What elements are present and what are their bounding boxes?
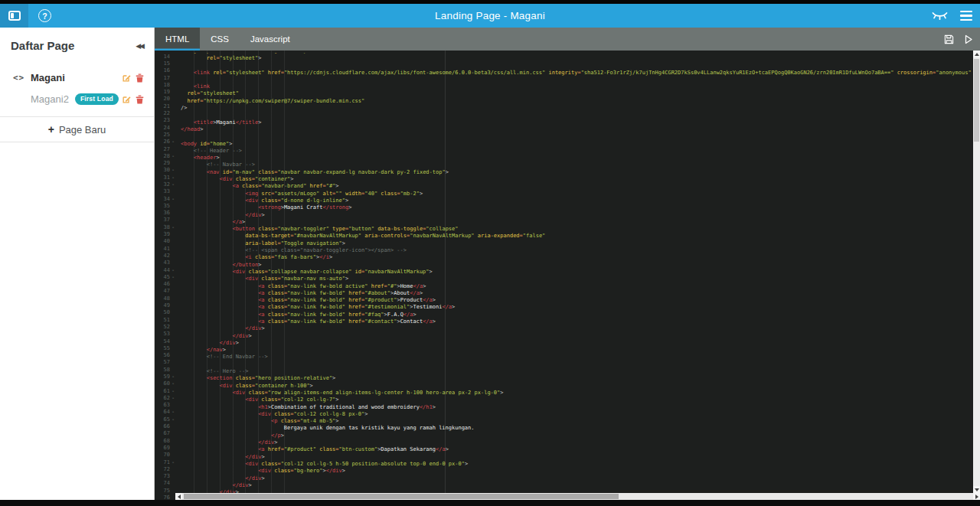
page-name: Magani	[31, 72, 65, 83]
line-number: 58	[155, 366, 175, 373]
line-number: 65-	[155, 416, 175, 423]
collapse-sidebar-icon[interactable]: ◀◀	[136, 42, 143, 50]
line-number: 44-	[155, 266, 175, 273]
code-line: <!-- End Navbar -->	[181, 354, 980, 361]
line-number: 72	[155, 465, 175, 472]
scroll-right-button[interactable]	[973, 493, 980, 500]
line-number: 27	[155, 145, 175, 152]
sidebar-panel-icon	[8, 11, 21, 21]
tab-html[interactable]: HTML	[155, 28, 200, 51]
line-number: 39	[155, 230, 175, 237]
code-line: <div class="row align-items-end align-it…	[181, 390, 980, 397]
code-line: <!-- Navbar -->	[181, 162, 980, 168]
scroll-left-button[interactable]	[175, 493, 182, 500]
line-number: 30-	[155, 167, 175, 174]
code-line: <div class="d-none d-lg-inline">	[181, 198, 980, 204]
tab-list: HTMLCSSJavascript	[155, 28, 301, 51]
v-scrollbar-thumb[interactable]	[974, 59, 979, 142]
code-line: <div class="col-12 col-lg-8 px-0">	[181, 411, 980, 418]
line-number: 35	[155, 202, 175, 209]
line-number: 33	[155, 188, 175, 195]
code-line: rel="stylesheet">	[181, 55, 980, 62]
scroll-down-button[interactable]	[973, 486, 980, 493]
line-number: 23	[155, 117, 175, 124]
code-line: <p class="mt-4 mb-5">	[181, 418, 980, 425]
save-button[interactable]	[944, 34, 954, 44]
code-line: <div class="col-12 col-lg-5 h-50 positio…	[181, 461, 980, 468]
line-number: 66	[155, 423, 175, 429]
run-button[interactable]	[964, 34, 973, 44]
code-line	[181, 133, 980, 140]
code-line: </div>	[181, 325, 980, 332]
horizontal-scrollbar[interactable]	[175, 493, 980, 500]
tab-css[interactable]: CSS	[200, 28, 240, 51]
line-number: 64-	[155, 409, 175, 416]
hamburger-icon	[960, 11, 972, 21]
menu-button[interactable]	[960, 11, 972, 21]
help-button[interactable]: ?	[38, 9, 51, 22]
page-list-item[interactable]: Magani2First Load	[0, 89, 154, 109]
line-number: 43	[155, 260, 175, 266]
line-number: 26-	[155, 139, 175, 145]
code-line: <a class="nav-link fw-bold" href="#testi…	[181, 304, 980, 311]
edit-page-icon[interactable]	[122, 95, 131, 104]
code-line: <div class="collapse navbar-collapse" id…	[181, 269, 980, 276]
tab-javascript[interactable]: Javascript	[240, 28, 301, 51]
code-line: </div>	[181, 212, 980, 219]
code-line: rel="stylesheet"	[181, 90, 980, 97]
line-number: 20	[155, 96, 175, 103]
code-line: <link rel="stylesheet" href="https://cdn…	[181, 70, 980, 77]
code-line: </div>	[181, 482, 980, 489]
code-line: <link	[181, 83, 980, 90]
line-number: 74	[155, 480, 175, 487]
line-number: 16	[155, 67, 175, 74]
line-number: 54	[155, 338, 175, 344]
line-number: 57	[155, 359, 175, 366]
line-number: 40	[155, 238, 175, 245]
new-page-label: Page Baru	[59, 124, 106, 135]
h-scrollbar-thumb[interactable]	[184, 494, 619, 499]
line-number: 53	[155, 331, 175, 338]
code-line	[181, 112, 980, 119]
page-list-item[interactable]: <>Magani	[0, 67, 154, 88]
code-lines: rel="stylesheet"> <link rel="stylesheet"…	[181, 55, 980, 500]
hide-preview-button[interactable]	[932, 11, 948, 21]
code-line: <header>	[181, 155, 980, 162]
delete-page-icon[interactable]	[136, 73, 144, 83]
line-number: 61-	[155, 387, 175, 394]
code-line: </div>	[181, 475, 980, 482]
code-line	[181, 361, 980, 368]
line-number: 76	[155, 494, 175, 501]
delete-page-icon[interactable]	[136, 95, 144, 104]
sidebar-toggle-button[interactable]	[0, 4, 28, 28]
line-number: 62-	[155, 394, 175, 401]
code-line: <!-- <span class="navbar-toggler-icon"><…	[181, 247, 980, 254]
line-number: 67	[155, 430, 175, 437]
line-number: 41	[155, 245, 175, 252]
help-icon: ?	[42, 11, 47, 21]
vertical-scrollbar[interactable]	[973, 51, 980, 493]
code-line: Bergaya unik dengan tas kristik kayu yan…	[181, 425, 980, 432]
edit-page-icon[interactable]	[122, 73, 131, 83]
triangle-up-icon	[975, 53, 979, 56]
code-line: <a class="nav-link fw-bold" href="#conta…	[181, 318, 980, 325]
code-line	[181, 77, 980, 83]
code-line: <a href="#product" class="btn-custom">Da…	[181, 446, 980, 453]
code-line: </button>	[181, 262, 980, 269]
sidebar-title: Daftar Page	[11, 39, 74, 52]
code-line: <section class="hero position-relative">	[181, 375, 980, 382]
code-line: </a>	[181, 219, 980, 226]
code-line: <div class="bg-hero"></div>	[181, 468, 980, 475]
code-line: <body id="home">	[181, 141, 980, 148]
new-page-button[interactable]: + Page Baru	[0, 116, 154, 142]
code-line: </div>	[181, 340, 980, 347]
code-line: data-bs-target="#navbarNavAltMarkup" ari…	[181, 233, 980, 240]
code-line: <!-- Hero -->	[181, 368, 980, 375]
code-line: <strong>Magani Craft</strong>	[181, 204, 980, 211]
page-title: Landing Page - Magani	[0, 10, 980, 21]
line-number: 22	[155, 109, 175, 116]
code-line: <title>Magani</title>	[181, 119, 980, 126]
scroll-up-button[interactable]	[973, 51, 980, 57]
save-floppy-icon	[944, 34, 954, 44]
code-editor[interactable]: integrity="sha512-…" crossorigin="anonym…	[175, 51, 980, 500]
